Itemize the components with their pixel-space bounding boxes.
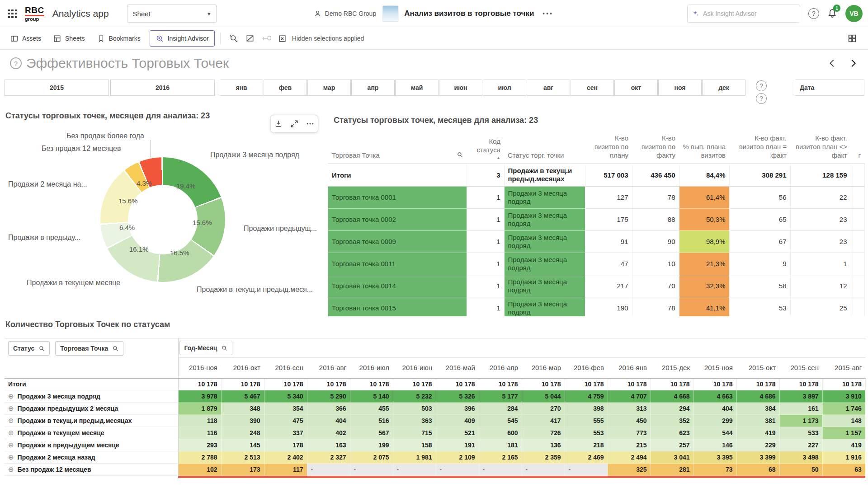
donut-panel-title: Статусы торговых точек, месяцев для анал… (5, 111, 210, 121)
pivot-year-month-button[interactable]: Год-Месяц (179, 341, 233, 355)
bookmarks-button[interactable]: Bookmarks (91, 30, 146, 47)
pivot-column-dim: Год-Месяц (178, 338, 865, 358)
assets-button[interactable]: Assets (5, 30, 47, 47)
table-row[interactable]: Торговая точка 00011Продажи 3 месяца под… (328, 186, 864, 208)
pivot-col-header[interactable]: 2015-сен (779, 358, 822, 378)
hidden-selections-label: Hidden selections applied (292, 35, 364, 42)
pivot-col-header[interactable]: 2016-апр (479, 358, 522, 378)
next-sheet-button[interactable] (848, 58, 858, 68)
filter-month-июл[interactable]: июл (483, 80, 526, 96)
insight-advisor-search[interactable] (687, 5, 800, 23)
table-row[interactable]: Торговая точка 00111Продажи 3 месяца под… (328, 253, 864, 275)
status-table-container: Торговая ТочкаКод статуса▲Статус торг. т… (328, 130, 865, 316)
table-row[interactable]: Торговая точка 00151Продажи 3 месяца под… (328, 297, 864, 316)
expand-plus-icon[interactable]: ⊕ (8, 453, 14, 461)
filter-month-ноя[interactable]: ноя (658, 80, 702, 96)
filter-month-фев[interactable]: фев (264, 80, 307, 96)
column-header[interactable]: % вып. плана визитов (679, 130, 729, 164)
avatar[interactable]: VB (845, 5, 863, 22)
column-header-status[interactable]: Статус торг. точки (504, 130, 585, 164)
pivot-col-header[interactable]: 2016-сен (264, 358, 307, 378)
expand-plus-icon[interactable]: ⊕ (8, 404, 14, 412)
help-icon[interactable]: ? (808, 8, 819, 19)
column-header-status-code[interactable]: Код статуса▲ (467, 130, 504, 164)
expand-icon[interactable] (290, 119, 299, 128)
logo-text: RBC (25, 6, 44, 16)
search-selections-icon[interactable] (226, 31, 241, 46)
pivot-col-header[interactable]: 2015-окт (736, 358, 779, 378)
pivot-col-header[interactable]: 2015-авг (822, 358, 865, 378)
sheet-layout-icon[interactable] (844, 31, 860, 46)
column-header[interactable]: К-во визитов по плану (585, 130, 632, 164)
expand-plus-icon[interactable]: ⊕ (8, 465, 14, 473)
hidden-selections-icon[interactable] (275, 31, 290, 46)
table-row[interactable]: Торговая точка 00091Продажи 3 месяца под… (328, 230, 864, 253)
pivot-table: СтатусТорговая ТочкаГод-Месяц2016-ноя201… (5, 338, 866, 478)
status-table: Торговая ТочкаКод статуса▲Статус торг. т… (328, 130, 865, 316)
pivot-col-header[interactable]: 2016-мар (522, 358, 565, 378)
totals-row: Итоги3Продажи в текущ.и предыд.месяцах51… (328, 164, 864, 186)
pivot-panel-title: Количество Торговых Точек по статусам (5, 320, 170, 329)
sheet-selector[interactable]: Sheet ▾ (127, 5, 217, 23)
ask-input[interactable] (703, 10, 795, 17)
pivot-col-header[interactable]: 2015-ноя (693, 358, 736, 378)
donut-pct-label: 16.1% (129, 245, 149, 253)
pivot-filter-store[interactable]: Торговая Точка (55, 341, 123, 356)
sheets-button[interactable]: Sheets (47, 30, 90, 47)
pivot-col-header[interactable]: 2016-окт (221, 358, 264, 378)
topbar: RBC group Analytics app Sheet ▾ Demo RBC… (0, 0, 868, 27)
pivot-col-header[interactable]: 2016-авг (307, 358, 350, 378)
filter-month-апр[interactable]: апр (351, 80, 395, 96)
filter-month-янв[interactable]: янв (220, 80, 263, 96)
more-options-icon[interactable] (306, 119, 315, 128)
user-menu[interactable]: Demo RBC Group (314, 9, 377, 18)
pivot-col-header[interactable]: 2015-дек (651, 358, 693, 378)
column-header-store[interactable]: Торговая Точка (328, 130, 467, 164)
filter-month-июн[interactable]: июн (439, 80, 482, 96)
filter-help-icon-1[interactable]: ? (756, 80, 767, 91)
app-thumbnail (382, 5, 398, 22)
filter-help-icon-2[interactable]: ? (756, 93, 767, 104)
pivot-col-header[interactable]: 2016-июл (350, 358, 393, 378)
filter-month-авг[interactable]: авг (527, 80, 570, 96)
table-row[interactable]: Торговая точка 00141Продажи 3 месяца под… (328, 275, 864, 297)
column-header[interactable]: К-во факт. визитов план = факт (729, 130, 790, 164)
donut-pct-label: 15.6% (193, 219, 212, 226)
expand-plus-icon[interactable]: ⊕ (8, 417, 14, 424)
column-header[interactable]: К-во факт. визитов план <> факт (790, 130, 851, 164)
step-back-icon[interactable] (259, 31, 274, 46)
filter-month-мар[interactable]: мар (307, 80, 351, 96)
donut-pct-label: 6.4% (119, 224, 135, 231)
filter-year-2016[interactable]: 2016 (110, 80, 215, 96)
notifications-bell[interactable]: 1 (827, 8, 837, 19)
toolbar: Assets Sheets Bookmarks Insight Advisor … (0, 28, 868, 50)
pivot-col-header[interactable]: 2016-янв (608, 358, 651, 378)
pivot-col-header[interactable]: 2016-июн (393, 358, 436, 378)
column-header[interactable]: К-во визитов по факту (632, 130, 679, 164)
date-filter[interactable]: Дата (795, 80, 864, 96)
search-icon (457, 152, 463, 158)
expand-plus-icon[interactable]: ⊕ (8, 429, 14, 436)
prev-sheet-button[interactable] (827, 58, 837, 68)
filter-month-окт[interactable]: окт (614, 80, 658, 96)
filter-month-дек[interactable]: дек (702, 80, 745, 96)
more-menu-icon[interactable] (540, 13, 554, 14)
pivot-col-header[interactable]: 2016-ноя (178, 358, 221, 378)
download-icon[interactable] (274, 119, 283, 128)
clear-selections-icon[interactable] (242, 31, 258, 46)
sheet-help-icon[interactable]: ? (10, 57, 22, 69)
expand-plus-icon[interactable]: ⊕ (8, 392, 14, 400)
filter-month-май[interactable]: май (395, 80, 439, 96)
expand-plus-icon[interactable]: ⊕ (8, 441, 14, 449)
sort-asc-icon: ▲ (470, 156, 500, 160)
filter-month-сен[interactable]: сен (571, 80, 614, 96)
insight-advisor-button[interactable]: Insight Advisor (150, 30, 215, 47)
donut-label: Продажи предыдущ... (244, 225, 317, 233)
pivot-col-header[interactable]: 2016-май (436, 358, 479, 378)
table-row[interactable]: Торговая точка 00021Продажи 3 месяца под… (328, 208, 864, 230)
filter-year-2015[interactable]: 2015 (5, 80, 109, 96)
pivot-col-header[interactable]: 2016-фев (565, 358, 608, 378)
pivot-filter-status[interactable]: Статус (8, 341, 50, 356)
column-header-clipped[interactable]: г (851, 130, 864, 164)
apps-grid-icon[interactable] (8, 9, 17, 18)
